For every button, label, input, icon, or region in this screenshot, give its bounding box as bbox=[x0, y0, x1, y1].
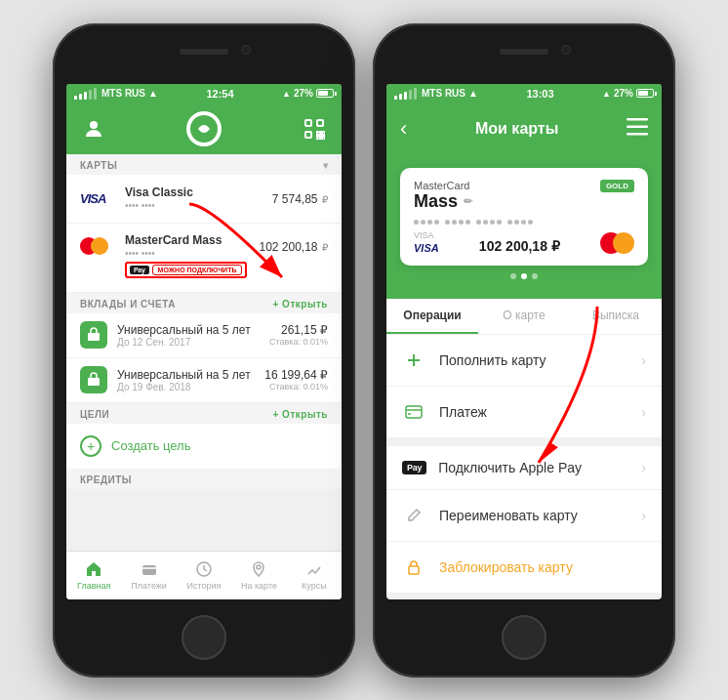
tab-map[interactable]: На карте bbox=[231, 559, 286, 591]
mc-card-name: MasterCard Mass bbox=[125, 233, 259, 247]
rename-row[interactable]: Переименовать карту › bbox=[386, 490, 662, 542]
tab-map-label: На карте bbox=[241, 581, 277, 591]
visa-currency: ₽ bbox=[322, 194, 328, 205]
wifi-icon-2: ▲ bbox=[468, 88, 478, 99]
deposit-icon-2 bbox=[80, 366, 107, 393]
goals-open[interactable]: + Открыть bbox=[273, 409, 329, 420]
mc-currency: ₽ bbox=[322, 242, 328, 253]
deposit-item-1[interactable]: Универсальный на 5 лет До 12 Сен. 2017 2… bbox=[66, 313, 342, 358]
indicator-dot-1 bbox=[510, 273, 516, 279]
action-topup[interactable]: Пополнить карту › bbox=[386, 335, 662, 387]
tab-payments[interactable]: Платежи bbox=[121, 559, 176, 591]
deposits-open[interactable]: + Открыть bbox=[273, 299, 329, 309]
rename-chevron: › bbox=[641, 508, 646, 523]
credits-section-header: КРЕДИТЫ bbox=[66, 469, 342, 489]
phone2-screen: MTS RUS ▲ 13:03 ▲ 27% ‹ Мои карты bbox=[386, 84, 662, 599]
battery-pct-1: 27% bbox=[294, 88, 313, 99]
deposit-amount-1: 261,15 ₽ Ставка: 0.01% bbox=[269, 323, 328, 347]
signal-1 bbox=[74, 88, 97, 100]
tab-operations[interactable]: Операции bbox=[386, 299, 478, 334]
tab-home[interactable]: Главная bbox=[66, 559, 121, 591]
menu-icon[interactable] bbox=[627, 118, 648, 140]
time-1: 12:54 bbox=[206, 88, 233, 100]
apple-pay-chevron: › bbox=[641, 460, 646, 475]
chevron-down-icon: ▾ bbox=[323, 160, 329, 171]
edit-icon[interactable]: ✏ bbox=[464, 195, 472, 208]
payments-icon bbox=[140, 559, 159, 579]
tab-about[interactable]: О карте bbox=[478, 299, 570, 334]
deposit-icon-1 bbox=[80, 321, 107, 349]
mc-orange-circle bbox=[91, 237, 108, 255]
indicator-dot-2 bbox=[521, 273, 527, 279]
map-icon bbox=[249, 559, 268, 579]
scene: MTS RUS ▲ 12:54 ▲ 27% bbox=[0, 0, 728, 700]
carrier-2: MTS RUS bbox=[422, 88, 465, 99]
cards-section-header: КАРТЫ ▾ bbox=[66, 154, 342, 175]
card-action-icon bbox=[402, 400, 425, 424]
home-icon bbox=[84, 559, 103, 579]
page-title: Мои карты bbox=[475, 120, 558, 138]
tab-payments-label: Платежи bbox=[131, 581, 167, 591]
card-name: Mass bbox=[414, 191, 458, 212]
block-row[interactable]: Заблокировать карту bbox=[386, 542, 662, 593]
svg-rect-5 bbox=[317, 132, 320, 135]
phone1-scroll[interactable]: КАРТЫ ▾ VISA Visa Classic •••• •••• bbox=[66, 154, 342, 599]
tab-history-label: История bbox=[187, 581, 222, 591]
deposit-item-2[interactable]: Универсальный на 5 лет До 19 Фев. 2018 1… bbox=[66, 358, 342, 403]
apple-pay-badge: Pay bbox=[130, 266, 149, 274]
deposit-info-1: Универсальный на 5 лет До 12 Сен. 2017 bbox=[117, 323, 269, 348]
svg-rect-16 bbox=[627, 125, 648, 128]
svg-rect-4 bbox=[305, 132, 311, 138]
visa-card-item[interactable]: VISA Visa Classic •••• •••• 7 574,85 ₽ bbox=[66, 175, 342, 224]
visa-card-name: Visa Classic bbox=[125, 185, 272, 199]
battery-icon-2 bbox=[636, 89, 654, 98]
apple-pay-row[interactable]: Pay Подключить Apple Pay › bbox=[386, 446, 662, 490]
payment-label: Платеж bbox=[439, 404, 641, 420]
svg-rect-2 bbox=[305, 120, 311, 126]
goals-section-header: ЦЕЛИ + Открыть bbox=[66, 403, 342, 424]
phone1-camera bbox=[241, 45, 251, 55]
phone2-camera bbox=[561, 45, 571, 55]
create-goal-item[interactable]: + Создать цель bbox=[66, 424, 342, 469]
phone1-green-header bbox=[66, 103, 342, 154]
visa-amount: 7 574,85 ₽ bbox=[272, 189, 328, 207]
apple-pay-banner: Pay МОЖНО ПОДКЛЮЧИТЬ bbox=[80, 259, 328, 282]
deposit-val-1: 261,15 ₽ bbox=[269, 323, 328, 337]
mc-card-item[interactable]: MasterCard Mass •••• •••• 102 200,18 ₽ P… bbox=[66, 224, 342, 293]
back-button[interactable]: ‹ bbox=[400, 116, 407, 142]
scan-icon[interactable] bbox=[301, 115, 328, 143]
deposits-label: ВКЛАДЫ И СЧЕТА bbox=[80, 299, 176, 309]
profile-icon[interactable] bbox=[80, 115, 107, 143]
apple-pay-label: Подключить Apple Pay bbox=[438, 460, 641, 475]
tab-rates[interactable]: Курсы bbox=[287, 559, 342, 591]
visa-card-info: Visa Classic •••• •••• bbox=[125, 185, 272, 211]
apple-pay-link[interactable]: МОЖНО ПОДКЛЮЧИТЬ bbox=[152, 265, 243, 275]
tab-statement[interactable]: Выписка bbox=[570, 299, 662, 334]
svg-rect-10 bbox=[88, 378, 100, 386]
tab-history[interactable]: История bbox=[177, 559, 231, 591]
card-brand: MasterCard bbox=[414, 180, 472, 191]
mc-amount-val: 102 200,18 bbox=[259, 240, 317, 254]
mc-card-num: •••• •••• bbox=[125, 248, 259, 259]
tab-rates-label: Курсы bbox=[302, 581, 327, 591]
svg-rect-15 bbox=[627, 118, 648, 121]
sber-logo[interactable] bbox=[186, 111, 222, 146]
phone1-wrapper: MTS RUS ▲ 12:54 ▲ 27% bbox=[53, 23, 355, 678]
card-dots-indicator bbox=[400, 273, 648, 279]
action-payment[interactable]: Платеж › bbox=[386, 387, 662, 438]
visa-logo: VISA bbox=[80, 189, 115, 207]
cards-label: КАРТЫ bbox=[80, 160, 117, 171]
phone2-home-btn[interactable] bbox=[502, 615, 546, 660]
mc-logo bbox=[80, 237, 115, 255]
svg-rect-20 bbox=[406, 406, 422, 418]
payment-chevron: › bbox=[641, 404, 646, 420]
phone1-speaker bbox=[180, 49, 228, 55]
card-number-dots bbox=[414, 220, 634, 225]
card-preview: MasterCard Mass ✏ GOLD bbox=[386, 154, 662, 299]
deposit-val-2: 16 199,64 ₽ bbox=[264, 368, 328, 382]
phone1-home-btn[interactable] bbox=[182, 615, 226, 660]
rename-icon bbox=[402, 504, 425, 527]
svg-rect-6 bbox=[322, 132, 325, 135]
svg-point-13 bbox=[257, 565, 261, 569]
status-bar-2: MTS RUS ▲ 13:03 ▲ 27% bbox=[386, 84, 662, 103]
